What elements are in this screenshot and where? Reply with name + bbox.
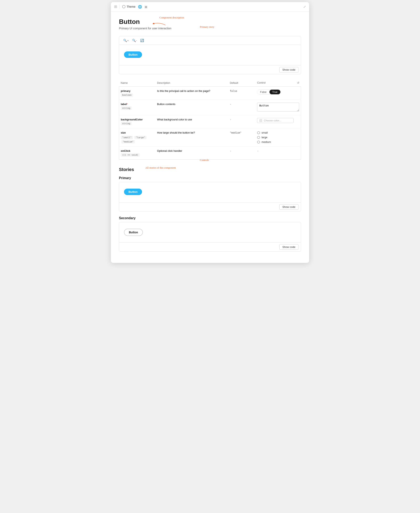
- table-row: size "small" "large" "medium" How large …: [119, 128, 301, 146]
- stories-section-title: Stories: [119, 167, 134, 172]
- story-primary-content: Button: [119, 182, 301, 202]
- param-primary-type: boolean: [121, 93, 133, 97]
- table-row: label* string Button contents - Button: [119, 100, 301, 115]
- show-code-button-primary[interactable]: Show code: [279, 204, 298, 210]
- preview-footer: Show code: [119, 65, 301, 74]
- preview-content: Button: [119, 45, 301, 65]
- param-onclick-desc: Optional click handler: [155, 146, 228, 160]
- param-size-desc: How large should the button be?: [155, 128, 228, 146]
- param-bgcolor-desc: What background color to use: [155, 115, 228, 128]
- controls-section: Name Description Default Control ↺ prima…: [119, 79, 301, 160]
- col-header-default: Default: [228, 79, 255, 87]
- story-primary-footer: Show code: [119, 202, 301, 211]
- theme-label: Theme: [127, 5, 135, 8]
- col-header-name: Name: [119, 79, 156, 87]
- param-bgcolor-default: -: [230, 118, 231, 121]
- toolbar: ⊞ Theme 🌐 ▣ ⤢: [111, 2, 309, 12]
- param-bgcolor-name: backgroundColor: [121, 118, 154, 121]
- color-swatch: [259, 119, 262, 122]
- zoom-reset-btn[interactable]: 🔄: [139, 38, 145, 43]
- toggle-false-btn[interactable]: False: [257, 90, 270, 94]
- story-secondary-preview: Button Show code: [119, 222, 301, 252]
- story-primary-name: Primary: [119, 176, 301, 180]
- toolbar-divider: [120, 5, 120, 9]
- col-header-desc: Description: [155, 79, 228, 87]
- param-size-type-small: "small": [121, 136, 133, 139]
- param-label-desc: Button contents: [155, 100, 228, 115]
- param-onclick-type: (() => void): [121, 153, 140, 157]
- controls-table: Name Description Default Control ↺ prima…: [119, 79, 301, 160]
- param-primary-default: false: [230, 90, 237, 92]
- radio-circle-small: [257, 131, 260, 134]
- required-marker: *: [127, 103, 128, 106]
- radio-large[interactable]: large: [257, 136, 299, 139]
- table-row: backgroundColor string What background c…: [119, 115, 301, 128]
- stories-section: Stories All stories of this component Pr…: [119, 167, 301, 252]
- preview-primary-button[interactable]: Button: [124, 51, 142, 58]
- show-code-button-main[interactable]: Show code: [279, 67, 298, 72]
- param-label-name: label*: [121, 103, 154, 106]
- theme-circle-icon: [122, 5, 125, 8]
- story-secondary-name: Secondary: [119, 216, 301, 220]
- primary-toggle[interactable]: False True: [257, 90, 281, 95]
- story-secondary-button[interactable]: Button: [124, 229, 143, 236]
- param-onclick-control: -: [257, 150, 259, 152]
- grid-icon[interactable]: ⊞: [114, 4, 117, 9]
- param-primary-name: primary: [121, 90, 154, 92]
- main-window: ⊞ Theme 🌐 ▣ ⤢ Button Component descripti…: [111, 2, 309, 263]
- stories-title-wrap: Stories All stories of this component: [119, 167, 134, 173]
- story-secondary-footer: Show code: [119, 242, 301, 251]
- param-size-name: size: [121, 131, 154, 134]
- param-size-type-medium: "medium": [121, 140, 135, 143]
- param-label-type: string: [121, 106, 132, 110]
- param-primary-desc: Is this the principal call to action on …: [155, 87, 228, 100]
- show-code-button-secondary[interactable]: Show code: [279, 244, 298, 250]
- param-size-type-large: "large": [134, 136, 146, 139]
- table-row: onClick (() => void) Optional click hand…: [119, 146, 301, 160]
- frame-icon[interactable]: ▣: [144, 5, 148, 9]
- preview-toolbar: 🔍+ 🔍- 🔄: [119, 36, 301, 45]
- expand-icon[interactable]: ⤢: [303, 5, 306, 9]
- reset-controls-btn[interactable]: ↺: [297, 81, 300, 84]
- table-row: primary boolean Is this the principal ca…: [119, 87, 301, 100]
- size-radio-group: small large medium: [257, 131, 299, 143]
- toggle-true-btn[interactable]: True: [270, 90, 280, 94]
- radio-circle-medium: [257, 141, 260, 143]
- radio-label-large: large: [262, 136, 267, 139]
- param-onclick-name: onClick: [121, 149, 154, 152]
- zoom-in-btn[interactable]: 🔍+: [122, 38, 130, 43]
- color-input[interactable]: Choose color...: [257, 118, 293, 123]
- toolbar-theme: Theme: [122, 5, 135, 8]
- radio-medium[interactable]: medium: [257, 140, 299, 143]
- annotation-all-stories: All stories of this component: [145, 166, 176, 169]
- primary-preview-box: 🔍+ 🔍- 🔄 Button Show code: [119, 36, 301, 74]
- annotation-primary-story: Primary story: [200, 25, 214, 29]
- annotation-arrow-1: [151, 20, 167, 26]
- annotation-component-description: Component description: [159, 16, 184, 19]
- param-onclick-default: -: [230, 150, 231, 152]
- col-header-control: Control ↺: [255, 79, 301, 87]
- zoom-out-btn[interactable]: 🔍-: [131, 38, 138, 43]
- radio-label-medium: medium: [262, 140, 271, 143]
- param-label-default: -: [230, 103, 231, 106]
- annotation-controls: Controls: [200, 158, 209, 162]
- radio-circle-large: [257, 136, 260, 139]
- label-input[interactable]: Button: [257, 103, 299, 112]
- component-header: Button Component description Primary UI …: [119, 18, 301, 30]
- main-content: Button Component description Primary UI …: [111, 12, 309, 263]
- radio-small[interactable]: small: [257, 131, 299, 134]
- color-placeholder: Choose color...: [264, 119, 281, 122]
- story-primary-preview: Button Show code: [119, 182, 301, 211]
- param-bgcolor-type: string: [121, 122, 132, 125]
- param-size-default: "medium": [230, 131, 241, 134]
- story-primary-button[interactable]: Button: [124, 189, 142, 195]
- radio-label-small: small: [262, 131, 268, 134]
- story-secondary-content: Button: [119, 222, 301, 242]
- globe-icon[interactable]: 🌐: [138, 5, 142, 9]
- component-title: Button: [119, 18, 140, 25]
